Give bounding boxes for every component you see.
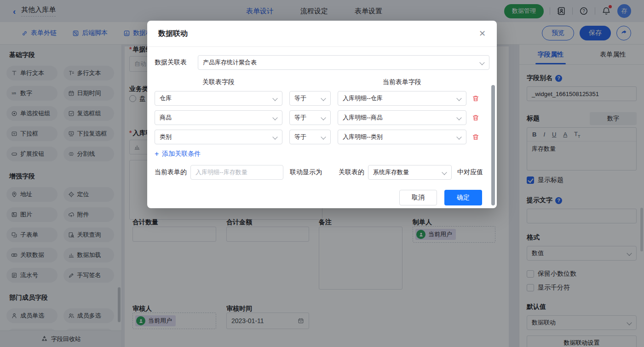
condition-left-select[interactable]: 仓库: [155, 91, 282, 106]
cancel-button[interactable]: 取消: [399, 190, 437, 205]
condition-field-select[interactable]: 入库明细--类别: [338, 130, 466, 144]
data-linkage-modal: 数据联动 ✕ 数据关联表 产品库存统计聚合表 关联表字段 当前表单字段 仓库等于…: [147, 21, 497, 208]
close-icon[interactable]: ✕: [479, 29, 486, 38]
right-column-header: 当前表单字段: [338, 78, 466, 86]
linkage-mapping-row: 当前表单的 入库明细--库存数量 联动显示为 关联表的 系统库存数量 中对应值: [155, 165, 489, 180]
suffix-label: 中对应值: [457, 168, 483, 176]
relation-table-select[interactable]: 产品库存统计聚合表: [198, 55, 489, 70]
display-as-label: 联动显示为: [290, 168, 322, 176]
current-form-label: 当前表单的: [155, 168, 187, 176]
condition-row: 商品等于入库明细--商品: [155, 110, 489, 125]
relation-table-row: 数据关联表 产品库存统计聚合表: [155, 55, 489, 70]
modal-scrollbar[interactable]: [491, 85, 495, 205]
related-field-select[interactable]: 系统库存数量: [368, 165, 452, 180]
trash-icon[interactable]: [472, 133, 479, 141]
left-column-header: 关联表字段: [155, 78, 282, 86]
condition-operator-select[interactable]: 等于: [289, 130, 331, 144]
trash-icon[interactable]: [472, 95, 479, 102]
condition-row: 类别等于入库明细--类别: [155, 130, 489, 144]
modal-footer: 取消 确定: [155, 180, 489, 205]
modal-header: 数据联动 ✕: [147, 21, 497, 47]
condition-field-select[interactable]: 入库明细--商品: [338, 110, 466, 125]
modal-body: 数据关联表 产品库存统计聚合表 关联表字段 当前表单字段 仓库等于入库明细--仓…: [147, 47, 497, 205]
condition-operator-select[interactable]: 等于: [289, 110, 331, 125]
current-field-input[interactable]: 入库明细--库存数量: [190, 165, 283, 180]
relation-table-label: 数据关联表: [155, 58, 193, 67]
condition-operator-select[interactable]: 等于: [289, 91, 331, 106]
condition-left-select[interactable]: 商品: [155, 110, 282, 125]
related-table-label: 关联表的: [339, 168, 364, 176]
condition-left-select[interactable]: 类别: [155, 130, 282, 144]
confirm-button[interactable]: 确定: [444, 190, 482, 205]
condition-field-select[interactable]: 入库明细--仓库: [338, 91, 466, 106]
modal-title: 数据联动: [158, 29, 188, 39]
condition-row: 仓库等于入库明细--仓库: [155, 91, 489, 106]
add-condition-link[interactable]: + 添加关联条件: [155, 150, 201, 158]
condition-headers: 关联表字段 当前表单字段: [155, 78, 489, 86]
trash-icon[interactable]: [472, 114, 479, 121]
